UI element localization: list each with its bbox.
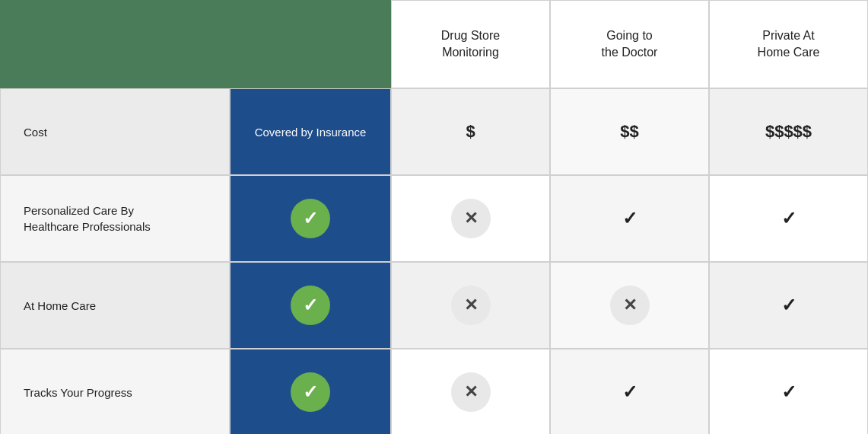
- cost-home-care: $$$$$: [709, 88, 868, 175]
- cost-doctor: $$: [550, 88, 709, 175]
- tracks-drug-store: ✕: [391, 349, 550, 434]
- x-icon-personalized-drug: ✕: [451, 199, 491, 238]
- at-home-drug-store: ✕: [391, 262, 550, 349]
- header-col-doctor: Going to the Doctor: [550, 0, 709, 88]
- x-icon-tracks-drug: ✕: [451, 372, 491, 412]
- check-green-tracks: ✓: [291, 372, 330, 412]
- personalized-doctor: ✓: [550, 175, 709, 262]
- check-green-at-home: ✓: [291, 286, 330, 325]
- personalized-home-care: ✓: [709, 175, 868, 262]
- personalized-highlight: ✓: [230, 175, 391, 262]
- row-label-at-home: At Home Care: [0, 262, 230, 349]
- x-icon-at-home-doctor: ✕: [610, 286, 650, 325]
- check-green-personalized: ✓: [291, 199, 330, 238]
- tracks-home-care: ✓: [709, 349, 868, 434]
- comparison-table: Drug Store Monitoring Going to the Docto…: [0, 0, 868, 434]
- personalized-drug-store: ✕: [391, 175, 550, 262]
- row-label-personalized: Personalized Care By Healthcare Professi…: [0, 175, 230, 262]
- covered-by-insurance-cell: Covered by Insurance: [230, 88, 391, 175]
- at-home-home-care: ✓: [709, 262, 868, 349]
- x-icon-at-home-drug: ✕: [451, 286, 491, 325]
- header-col-drug-store: Drug Store Monitoring: [391, 0, 550, 88]
- header-col-home-care: Private At Home Care: [709, 0, 868, 88]
- tracks-doctor: ✓: [550, 349, 709, 434]
- tracks-highlight: ✓: [230, 349, 391, 434]
- at-home-highlight: ✓: [230, 262, 391, 349]
- row-label-cost: Cost: [0, 88, 230, 175]
- row-label-tracks: Tracks Your Progress: [0, 349, 230, 434]
- header-empty: [0, 0, 391, 88]
- at-home-doctor: ✕: [550, 262, 709, 349]
- cost-drug-store: $: [391, 88, 550, 175]
